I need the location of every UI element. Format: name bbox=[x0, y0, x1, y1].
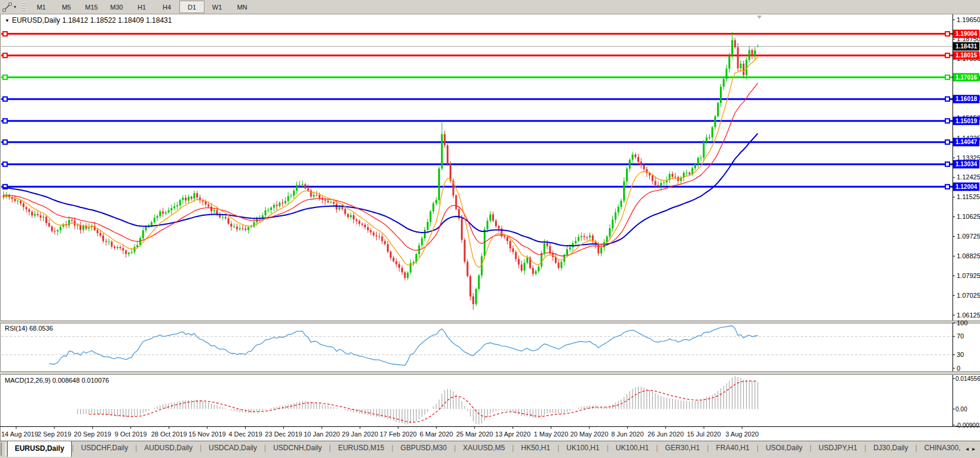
svg-text:10 Jan 2020: 10 Jan 2020 bbox=[304, 430, 340, 438]
svg-text:1.07025: 1.07025 bbox=[957, 292, 980, 299]
svg-text:0.00: 0.00 bbox=[955, 406, 967, 413]
timeframe-button-m30[interactable]: M30 bbox=[104, 1, 129, 13]
svg-text:17 Feb 2020: 17 Feb 2020 bbox=[380, 430, 417, 438]
svg-text:1.18431: 1.18431 bbox=[955, 43, 978, 50]
chevron-down-icon[interactable]: ▾ bbox=[14, 4, 16, 10]
svg-text:1 May 2020: 1 May 2020 bbox=[534, 430, 568, 438]
timeframe-button-m5[interactable]: M5 bbox=[54, 1, 79, 13]
svg-text:1.12425: 1.12425 bbox=[957, 173, 980, 181]
tab-audusd-daily-2[interactable]: AUDUSD,Daily bbox=[137, 441, 200, 456]
tab-china300-h4-16[interactable]: CHINA300,H4 bbox=[917, 441, 961, 456]
svg-text:6 Mar 2020: 6 Mar 2020 bbox=[420, 430, 453, 438]
svg-text:1.06125: 1.06125 bbox=[957, 312, 980, 319]
svg-text:1.13034: 1.13034 bbox=[955, 161, 978, 167]
draw-tool-group[interactable]: ▾ bbox=[0, 1, 19, 14]
tab-eurusd-daily-0[interactable]: EURUSD,Daily bbox=[7, 441, 72, 457]
svg-text:1.09725: 1.09725 bbox=[957, 233, 980, 240]
chart-tab-bar: EURUSD,Daily|USDCHF,Daily|AUDUSD,Daily|U… bbox=[0, 441, 980, 458]
tab-scroll-right-icon[interactable]: ▸ bbox=[972, 445, 975, 452]
svg-text:4 Dec 2019: 4 Dec 2019 bbox=[228, 430, 262, 438]
svg-text:9 Oct 2019: 9 Oct 2019 bbox=[115, 430, 147, 438]
tab-eurusd-m15-5[interactable]: EURUSD,M15 bbox=[331, 441, 391, 456]
svg-text:13 Apr 2020: 13 Apr 2020 bbox=[495, 430, 530, 438]
svg-text:15 Nov 2019: 15 Nov 2019 bbox=[188, 430, 225, 438]
svg-text:100: 100 bbox=[957, 319, 967, 326]
timeframe-button-h4[interactable]: H4 bbox=[154, 1, 179, 13]
svg-text:26 Jun 2020: 26 Jun 2020 bbox=[648, 430, 684, 438]
tab-usdcad-daily-3[interactable]: USDCAD,Daily bbox=[202, 441, 264, 456]
svg-text:1.08825: 1.08825 bbox=[957, 252, 980, 259]
tab-xauusd-m5-7[interactable]: XAUUSD,M5 bbox=[456, 441, 512, 456]
svg-text:1.19650: 1.19650 bbox=[957, 16, 980, 23]
timeframe-buttons: M1M5M15M30H1H4D1W1MN bbox=[29, 1, 255, 13]
svg-text:70: 70 bbox=[957, 332, 964, 340]
svg-text:28 Oct 2019: 28 Oct 2019 bbox=[151, 430, 187, 438]
tab-uk100-h1-9[interactable]: UK100,H1 bbox=[559, 441, 606, 456]
svg-text:20 May 2020: 20 May 2020 bbox=[570, 430, 609, 438]
svg-text:1.10625: 1.10625 bbox=[957, 213, 980, 220]
svg-text:1.17016: 1.17016 bbox=[955, 74, 978, 81]
tab-fra40-h1-12[interactable]: FRA40,H1 bbox=[709, 441, 756, 456]
svg-text:1.19004: 1.19004 bbox=[955, 30, 978, 37]
svg-text:1.12004: 1.12004 bbox=[955, 184, 978, 190]
timeframe-button-m1[interactable]: M1 bbox=[29, 1, 54, 13]
tab-dj30-daily-15[interactable]: DJ30,Daily bbox=[866, 441, 915, 456]
svg-text:29 Jan 2020: 29 Jan 2020 bbox=[342, 430, 378, 438]
svg-text:25 Mar 2020: 25 Mar 2020 bbox=[456, 430, 493, 438]
tab-usoil-daily-13[interactable]: USOil,Daily bbox=[759, 441, 810, 456]
svg-text:3 Aug 2020: 3 Aug 2020 bbox=[725, 430, 759, 438]
tab-uk100-h1-10[interactable]: UK100,H1 bbox=[609, 441, 656, 456]
tab-ger30-h1-11[interactable]: GER30,H1 bbox=[658, 441, 707, 456]
timeframe-button-w1[interactable]: W1 bbox=[204, 1, 230, 13]
svg-text:30: 30 bbox=[957, 351, 964, 358]
svg-text:8 Jun 2020: 8 Jun 2020 bbox=[611, 430, 643, 438]
trendline-tool-icon bbox=[2, 2, 12, 12]
svg-text:2 Sep 2019: 2 Sep 2019 bbox=[38, 430, 71, 438]
timeframe-button-mn[interactable]: MN bbox=[230, 1, 255, 13]
svg-text:1.16018: 1.16018 bbox=[955, 96, 978, 102]
svg-text:-0.009001: -0.009001 bbox=[955, 422, 980, 429]
svg-text:0.014556: 0.014556 bbox=[955, 375, 980, 382]
tab-usdcnh-daily-4[interactable]: USDCNH,Daily bbox=[266, 441, 329, 456]
chart-tabs: EURUSD,Daily|USDCHF,Daily|AUDUSD,Daily|U… bbox=[7, 441, 961, 457]
svg-text:14 Aug 2019: 14 Aug 2019 bbox=[1, 430, 38, 438]
tab-hk50-h1-8[interactable]: HK50,H1 bbox=[514, 441, 557, 456]
svg-text:15 Jul 2020: 15 Jul 2020 bbox=[687, 430, 721, 438]
toolbar-grip[interactable] bbox=[22, 2, 25, 12]
tab-gbpusd-m30-6[interactable]: GBPUSD,M30 bbox=[393, 441, 454, 456]
tab-usdchf-daily-1[interactable]: USDCHF,Daily bbox=[74, 441, 135, 456]
svg-text:20 Sep 2019: 20 Sep 2019 bbox=[74, 430, 111, 438]
svg-text:1.11525: 1.11525 bbox=[957, 193, 980, 200]
svg-text:1.07925: 1.07925 bbox=[957, 272, 980, 279]
chart-canvas[interactable]: 1.196501.187501.178501.169501.160501.151… bbox=[0, 0, 980, 458]
tabbar-grip[interactable] bbox=[1, 442, 6, 456]
svg-text:1.15019: 1.15019 bbox=[955, 118, 978, 124]
timeframe-button-d1[interactable]: D1 bbox=[179, 1, 204, 13]
svg-text:23 Dec 2019: 23 Dec 2019 bbox=[265, 430, 302, 438]
timeframe-button-h1[interactable]: H1 bbox=[129, 1, 154, 13]
timeframe-button-m15[interactable]: M15 bbox=[79, 1, 104, 13]
svg-text:0: 0 bbox=[957, 365, 960, 372]
svg-text:1.18015: 1.18015 bbox=[955, 52, 978, 59]
top-toolbar: ▾ M1M5M15M30H1H4D1W1MN bbox=[0, 0, 980, 14]
tab-usdjpy-h1-14[interactable]: USDJPY,H1 bbox=[811, 441, 864, 456]
tab-scroll-left-icon[interactable]: ◂ bbox=[966, 445, 969, 452]
tab-scroll-buttons: ◂ ▸ bbox=[961, 441, 980, 456]
svg-text:1.14047: 1.14047 bbox=[955, 139, 978, 145]
